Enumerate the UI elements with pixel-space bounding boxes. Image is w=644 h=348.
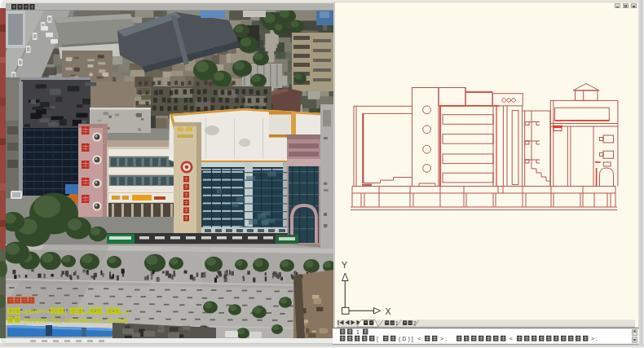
svg-text:>:: >: bbox=[440, 336, 448, 341]
svg-text:<: < bbox=[509, 336, 514, 341]
svg-text:(D)] <: (D)] < bbox=[399, 336, 423, 342]
svg-text:>:: >: bbox=[591, 336, 599, 341]
svg-text:[: [ bbox=[377, 336, 380, 342]
svg-text:1: 1 bbox=[356, 329, 361, 335]
